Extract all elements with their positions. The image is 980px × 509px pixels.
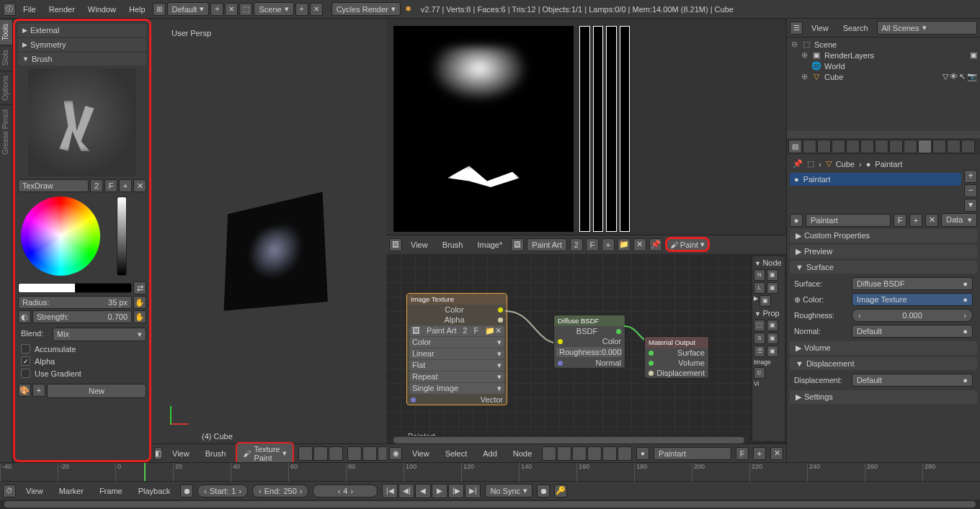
range-icon[interactable]: ⏺ <box>180 485 193 497</box>
brush-fake-user[interactable]: F <box>104 179 117 192</box>
pivot-icon[interactable] <box>329 446 343 461</box>
brush-unlink-button[interactable]: ✕ <box>133 179 146 192</box>
bottom-scrollbar[interactable] <box>0 500 980 509</box>
tab-constraints[interactable] <box>875 140 888 153</box>
slot-remove-button[interactable]: − <box>964 184 977 197</box>
node-menu-select[interactable]: Select <box>440 446 473 461</box>
outliner-item-world[interactable]: 🌐World <box>788 60 979 71</box>
node-colorspace[interactable]: Color▾ <box>409 337 504 348</box>
color-wheel[interactable] <box>21 197 100 276</box>
layout-delete-button[interactable]: ✕ <box>225 3 238 16</box>
slot-specials-button[interactable]: ▾ <box>964 199 977 212</box>
play-button[interactable]: ▶ <box>432 484 447 498</box>
image-fake-user[interactable]: F <box>586 238 599 251</box>
3d-viewport[interactable]: User Persp (4) Cube ◧ View Brush 🖌Textur… <box>151 19 386 462</box>
tab-particles[interactable] <box>947 140 961 153</box>
swap-colors-button[interactable]: ⇄ <box>133 281 146 294</box>
strength-curve-icon[interactable]: ◐ <box>18 310 31 323</box>
panel-custom-properties[interactable]: ▶Custom Properties <box>790 229 977 243</box>
image-browse-icon[interactable]: 🖼 <box>511 238 524 251</box>
uv-menu-image[interactable]: Image* <box>471 238 508 252</box>
image-pin-button[interactable]: 📌 <box>649 238 662 251</box>
outliner-item-cube[interactable]: ⊕▽Cube▽👁↖📷 <box>788 71 979 82</box>
vtab-options[interactable]: Options <box>0 71 12 104</box>
node-material-output[interactable]: Material Output Surface Volume Displacem… <box>644 336 709 379</box>
material-fake-user[interactable]: F <box>894 214 906 227</box>
keying-set-icon[interactable]: 🔑 <box>554 485 567 497</box>
scene-add-button[interactable]: + <box>295 3 308 16</box>
node-menu-add[interactable]: Add <box>477 446 503 461</box>
blend-dropdown[interactable]: Mix▾ <box>53 328 146 341</box>
tab-material[interactable] <box>918 140 932 153</box>
strength-pressure-icon[interactable]: ✋ <box>133 310 146 323</box>
menu-file[interactable]: File <box>17 2 42 17</box>
tab-data[interactable] <box>904 140 917 153</box>
panel-settings[interactable]: ▶Settings <box>790 390 977 404</box>
tab-scene[interactable] <box>832 140 845 153</box>
outliner-editor-icon[interactable]: ☰ <box>790 22 803 35</box>
n-field[interactable]: N <box>754 269 765 281</box>
palette-browse-icon[interactable]: 🎨 <box>18 384 31 397</box>
node-roughness[interactable]: Roughness:0.000 <box>556 347 623 357</box>
outliner-menu-search[interactable]: Search <box>837 21 874 35</box>
menu-window[interactable]: Window <box>82 2 122 17</box>
brush-preview[interactable] <box>28 68 136 176</box>
image-new-button[interactable]: + <box>602 238 615 251</box>
uv-editor-icon[interactable]: 🖼 <box>389 238 402 251</box>
type-object[interactable] <box>587 446 602 461</box>
n-collapse[interactable]: ▣ <box>760 295 771 307</box>
image-name-field[interactable]: Paint Art <box>527 238 567 251</box>
uv-menu-view[interactable]: View <box>405 238 434 252</box>
node-interp[interactable]: Linear▾ <box>409 348 504 359</box>
tree-type-shader[interactable] <box>542 446 556 461</box>
keyframe-prev-button[interactable]: ◀| <box>398 484 414 498</box>
roughness-field[interactable]: ‹0.000› <box>852 309 973 322</box>
material-name-field[interactable]: Paintart <box>654 447 731 460</box>
section-external[interactable]: ▶External <box>18 24 146 37</box>
tree-type-tex[interactable] <box>572 446 587 461</box>
scene-delete-button[interactable]: ✕ <box>310 3 323 16</box>
tab-physics[interactable] <box>961 140 975 153</box>
prop-icon-1[interactable]: ⬚ <box>754 320 765 331</box>
render-engine-dropdown[interactable]: Cycles Render▾ <box>331 2 401 16</box>
value-slider[interactable] <box>117 197 127 276</box>
s-field[interactable]: S <box>754 333 765 344</box>
tree-type-comp[interactable] <box>557 446 571 461</box>
mode-dropdown[interactable]: 🖌Texture Paint▾ <box>236 442 294 465</box>
radius-pressure-icon[interactable]: ✋ <box>133 296 146 309</box>
link-dropdown[interactable]: Data▾ <box>941 213 977 227</box>
brush-name-field[interactable]: TexDraw <box>18 179 89 192</box>
jump-end-button[interactable]: ▶| <box>465 484 481 498</box>
menu-render[interactable]: Render <box>43 2 81 17</box>
material-unlink-button[interactable]: ✕ <box>770 447 783 460</box>
panel-displacement[interactable]: ▼Displacement <box>790 357 977 370</box>
material-browse-icon[interactable]: ● <box>636 447 649 460</box>
strength-field[interactable]: Strength:0.700 <box>32 310 132 323</box>
layout-browse-icon[interactable]: ⊞ <box>153 3 166 16</box>
brush-add-button[interactable]: + <box>119 179 132 192</box>
timeline-editor-icon[interactable]: ⏱ <box>3 485 16 497</box>
menu-help[interactable]: Help <box>123 2 151 17</box>
prop-icon-2[interactable]: ▣ <box>767 320 778 331</box>
node-editor[interactable]: Image Texture Color Alpha 🖼Paint Art2F📁✕… <box>386 253 786 462</box>
material-slot[interactable]: ●Paintart <box>790 173 961 186</box>
node-image-texture[interactable]: Image Texture Color Alpha 🖼Paint Art2F📁✕… <box>406 293 507 405</box>
vtab-slots[interactable]: Slots <box>0 45 12 70</box>
tab-world[interactable] <box>846 140 860 153</box>
jump-start-button[interactable]: |◀ <box>382 484 398 498</box>
radius-field[interactable]: Radius:35 px <box>18 296 132 309</box>
3dview-menu-view[interactable]: View <box>166 446 195 461</box>
node-source[interactable]: Single Image▾ <box>409 383 504 394</box>
section-symmetry[interactable]: ▶Symmetry <box>18 38 146 51</box>
image-users[interactable]: 2 <box>570 238 583 251</box>
uv-menu-brush[interactable]: Brush <box>437 238 469 252</box>
slot-add-button[interactable]: + <box>964 170 977 183</box>
color-dropdown[interactable]: Image Texture● <box>852 293 973 306</box>
playhead[interactable] <box>144 463 146 481</box>
node-menu-view[interactable]: View <box>406 446 435 461</box>
node-extension[interactable]: Repeat▾ <box>409 371 504 382</box>
layer-button[interactable] <box>347 446 362 461</box>
image-open-button[interactable]: 📁 <box>618 238 631 251</box>
image-unlink-button[interactable]: ✕ <box>633 238 646 251</box>
use-gradient-checkbox[interactable]: Use Gradient <box>18 367 146 379</box>
